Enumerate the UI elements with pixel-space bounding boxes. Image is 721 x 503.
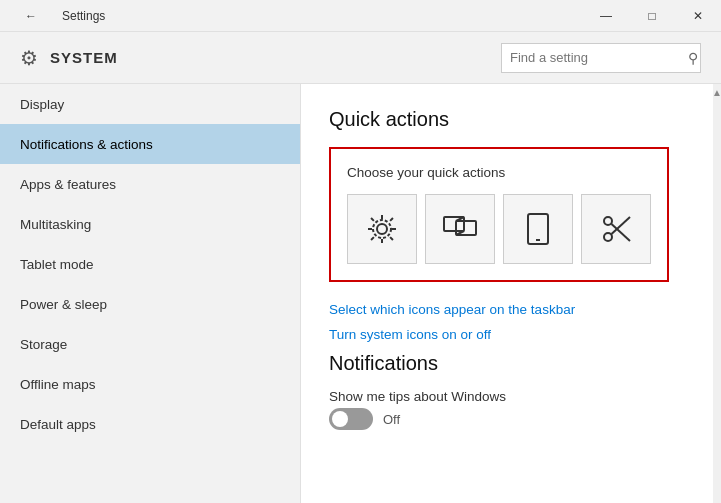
toggle-label: Off <box>383 412 400 427</box>
search-box[interactable]: ⚲ <box>501 43 701 73</box>
scissors-icon <box>598 211 634 247</box>
maximize-button[interactable]: □ <box>629 0 675 32</box>
sidebar-item-display[interactable]: Display <box>0 84 300 124</box>
quick-actions-title: Quick actions <box>329 108 685 131</box>
sidebar-item-storage-label: Storage <box>20 337 67 352</box>
quick-action-display[interactable] <box>425 194 495 264</box>
sidebar-item-display-label: Display <box>20 97 64 112</box>
svg-point-0 <box>377 224 387 234</box>
main-layout: Display Notifications & actions Apps & f… <box>0 84 721 503</box>
svg-point-1 <box>373 220 391 238</box>
search-icon: ⚲ <box>686 43 700 73</box>
title-bar-title: Settings <box>62 9 105 23</box>
sidebar-item-offline-label: Offline maps <box>20 377 96 392</box>
notifications-title: Notifications <box>329 352 685 375</box>
action-icons-row <box>347 194 651 264</box>
sidebar-item-notifications-label: Notifications & actions <box>20 137 153 152</box>
search-input[interactable] <box>502 50 686 65</box>
minimize-button[interactable]: — <box>583 0 629 32</box>
back-button[interactable]: ← <box>8 0 54 32</box>
sidebar: Display Notifications & actions Apps & f… <box>0 84 300 503</box>
tips-toggle[interactable] <box>329 408 373 430</box>
header-row: ⚙ SYSTEM ⚲ <box>0 32 721 84</box>
settings-icon <box>364 211 400 247</box>
scroll-track: ▲ <box>713 84 721 503</box>
title-bar-controls: — □ ✕ <box>583 0 721 32</box>
taskbar-icons-link[interactable]: Select which icons appear on the taskbar <box>329 302 685 317</box>
sidebar-item-default-apps[interactable]: Default apps <box>0 404 300 444</box>
sidebar-item-apps-label: Apps & features <box>20 177 116 192</box>
content-area: Quick actions Choose your quick actions <box>300 84 713 503</box>
quick-action-snip[interactable] <box>581 194 651 264</box>
title-bar: ← Settings — □ ✕ <box>0 0 721 32</box>
title-bar-left: ← Settings <box>8 0 105 32</box>
header-title: SYSTEM <box>50 49 118 66</box>
sidebar-item-storage[interactable]: Storage <box>0 324 300 364</box>
scroll-up-arrow[interactable]: ▲ <box>712 86 721 100</box>
tips-label: Show me tips about Windows <box>329 389 685 404</box>
content-wrapper: Quick actions Choose your quick actions <box>300 84 721 503</box>
sidebar-item-default-label: Default apps <box>20 417 96 432</box>
system-icon: ⚙ <box>20 46 38 70</box>
sidebar-item-power-label: Power & sleep <box>20 297 107 312</box>
sidebar-item-tablet-mode[interactable]: Tablet mode <box>0 244 300 284</box>
close-button[interactable]: ✕ <box>675 0 721 32</box>
quick-action-settings[interactable] <box>347 194 417 264</box>
svg-point-8 <box>604 233 612 241</box>
system-icons-link[interactable]: Turn system icons on or off <box>329 327 685 342</box>
toggle-knob <box>332 411 348 427</box>
sidebar-item-multitasking-label: Multitasking <box>20 217 91 232</box>
sidebar-item-tablet-label: Tablet mode <box>20 257 94 272</box>
sidebar-item-power-sleep[interactable]: Power & sleep <box>0 284 300 324</box>
quick-actions-box: Choose your quick actions <box>329 147 669 282</box>
sidebar-item-offline-maps[interactable]: Offline maps <box>0 364 300 404</box>
choose-label: Choose your quick actions <box>347 165 651 180</box>
sidebar-item-notifications-actions[interactable]: Notifications & actions <box>0 124 300 164</box>
display-project-icon <box>442 211 478 247</box>
svg-point-9 <box>604 217 612 225</box>
sidebar-item-apps-features[interactable]: Apps & features <box>0 164 300 204</box>
toggle-container: Off <box>329 408 685 430</box>
quick-action-tablet[interactable] <box>503 194 573 264</box>
sidebar-item-multitasking[interactable]: Multitasking <box>0 204 300 244</box>
tablet-mode-icon <box>520 211 556 247</box>
